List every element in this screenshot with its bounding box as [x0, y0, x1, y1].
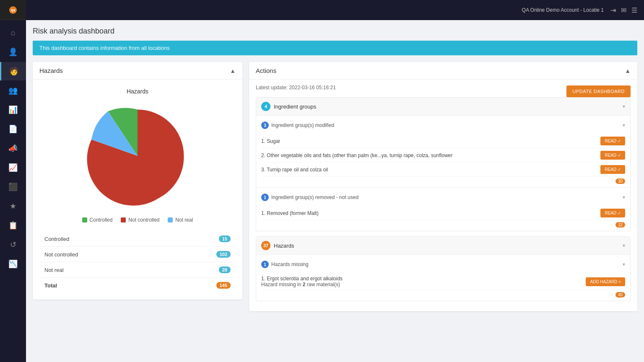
- actions-panel: Actions ▲ Latest update: 2022-03-16 05:1…: [249, 62, 637, 311]
- legend-not-real-label: Not real: [175, 217, 193, 223]
- mail-icon[interactable]: ✉: [621, 6, 626, 14]
- sidebar-item-layers[interactable]: ⬛: [0, 178, 26, 196]
- logout-icon[interactable]: ⇥: [610, 6, 616, 14]
- removed-sub-header: 1 Ingredient group(s) removed - not used…: [261, 191, 625, 204]
- legend-not-controlled: Not controlled: [121, 217, 159, 223]
- malt-text: 1. Removed (former Malt): [261, 210, 600, 216]
- action-row-turnip: 3. Turnip rape oil and colza oil READ ✓: [261, 163, 625, 177]
- add-hazard-button[interactable]: ADD HAZARD +: [586, 277, 625, 286]
- modified-label: Ingredient group(s) modified: [271, 122, 334, 128]
- actions-panel-title: Actions: [256, 67, 276, 74]
- account-label: QA Online Demo Account - Locatie 1: [522, 7, 604, 13]
- sidebar-item-group[interactable]: 👥: [0, 81, 26, 100]
- stats-row-controlled: Controlled 15: [39, 231, 236, 247]
- chart-container: Hazards: [33, 80, 242, 231]
- hazards-panel-title: Hazards: [39, 67, 63, 74]
- ergot-text: 1. Ergot sclerotia and ergot alkaloids H…: [261, 276, 586, 287]
- read-malt-button[interactable]: READ ✓: [600, 209, 625, 217]
- removed-title-row: 1 Ingredient group(s) removed - not used: [261, 194, 358, 201]
- hazards-section-header[interactable]: 37 Hazards ▾: [256, 237, 630, 254]
- hazards-section: 37 Hazards ▾ 1 Hazards missing: [256, 236, 631, 301]
- read-turnip-button[interactable]: READ ✓: [600, 165, 625, 174]
- hazards-pie-chart: [83, 101, 192, 210]
- stats-badge-controlled: 15: [219, 235, 231, 242]
- sidebar: qa ⌂ 👤 🧑 👥 📊 📄 📣 📈 ⬛ ★ 📋 ↺ 📉: [0, 0, 26, 362]
- count-row-removed: 32: [261, 220, 625, 228]
- hazards-missing-label: Hazards missing: [271, 261, 309, 267]
- actions-header: Actions ▲: [249, 62, 637, 80]
- sidebar-item-users[interactable]: 👤: [0, 43, 26, 61]
- modified-count-badge: 30: [615, 178, 625, 184]
- removed-chevron: ▾: [623, 194, 625, 200]
- controlled-color: [82, 217, 87, 222]
- ingredient-groups-section: 4 Ingredient groups ▾ 3 Ingredient group…: [256, 97, 631, 231]
- top-bar-icons: ⇥ ✉ ☰: [610, 6, 637, 14]
- actions-collapse-icon[interactable]: ▲: [625, 67, 631, 74]
- hazards-section-chevron: ▾: [623, 243, 625, 248]
- main-area: QA Online Demo Account - Locatie 1 ⇥ ✉ ☰…: [26, 0, 644, 362]
- stats-label-not-real: Not real: [44, 267, 64, 273]
- chart-legend: Controlled Not controlled Not real: [82, 217, 193, 223]
- hazards-panel-header: Hazards ▲: [33, 62, 242, 80]
- stats-row-not-controlled: Not controlled 102: [39, 247, 236, 262]
- sidebar-item-person[interactable]: 🧑: [0, 62, 26, 80]
- veg-oils-text: 2. Other vegetable oils and fats (other …: [261, 153, 600, 158]
- hazards-missing-title-row: 1 Hazards missing: [261, 261, 309, 268]
- hazards-missing-badge: 1: [261, 261, 269, 268]
- count-row-hazards-missing: 40: [261, 290, 625, 297]
- hazards-missing-count-badge: 40: [615, 292, 625, 297]
- read-veg-oils-button[interactable]: READ ✓: [600, 151, 625, 160]
- stats-label-controlled: Controlled: [44, 236, 69, 242]
- stats-badge-not-real: 28: [219, 266, 231, 273]
- hazards-collapse-icon[interactable]: ▲: [230, 67, 236, 74]
- modified-title-row: 3 Ingredient group(s) modified: [261, 122, 334, 129]
- read-sugar-button[interactable]: READ ✓: [600, 137, 625, 145]
- stats-table: Controlled 15 Not controlled 102 Not rea…: [33, 231, 242, 293]
- modified-sub-header: 3 Ingredient group(s) modified ▾: [261, 119, 625, 132]
- stats-badge-not-controlled: 102: [216, 251, 231, 258]
- sidebar-item-trend[interactable]: 📈: [0, 158, 26, 177]
- modified-chevron: ▾: [623, 122, 625, 128]
- sidebar-item-refresh[interactable]: ↺: [0, 235, 26, 254]
- hazards-panel: Hazards ▲ Hazards: [33, 62, 242, 300]
- ingredient-groups-badge: 4: [261, 102, 270, 111]
- legend-controlled-label: Controlled: [90, 217, 113, 223]
- stats-label-total: Total: [44, 282, 57, 289]
- modified-badge: 3: [261, 122, 269, 129]
- sidebar-item-barchart[interactable]: 📉: [0, 255, 26, 273]
- hazards-missing-header: 1 Hazards missing ▾: [261, 258, 625, 271]
- not-real-color: [168, 217, 173, 222]
- stats-label-not-controlled: Not controlled: [44, 251, 78, 258]
- ingredient-groups-chevron: ▾: [623, 103, 625, 109]
- legend-not-real: Not real: [168, 217, 193, 223]
- ingredient-groups-header[interactable]: 4 Ingredient groups ▾: [256, 98, 630, 115]
- removed-badge: 1: [261, 194, 269, 201]
- sidebar-item-star[interactable]: ★: [0, 197, 26, 215]
- action-row-malt: 1. Removed (former Malt) READ ✓: [261, 206, 625, 220]
- not-controlled-color: [121, 217, 126, 222]
- ingredient-groups-label: Ingredient groups: [274, 103, 316, 110]
- hazards-missing-chevron: ▾: [623, 261, 625, 267]
- info-banner: This dashboard contains information from…: [33, 41, 637, 55]
- sidebar-item-megaphone[interactable]: 📣: [0, 139, 26, 158]
- action-row-ergot: 1. Ergot sclerotia and ergot alkaloids H…: [261, 273, 625, 290]
- hazards-missing-sub: 1 Hazards missing ▾ 1. Ergot sclerotia a…: [256, 254, 630, 301]
- update-dashboard-button[interactable]: UPDATE DASHBOARD: [566, 85, 631, 97]
- page-title: Risk analysis dashboard: [33, 27, 637, 36]
- top-bar: QA Online Demo Account - Locatie 1 ⇥ ✉ ☰: [26, 0, 644, 20]
- sidebar-item-document[interactable]: 📄: [0, 120, 26, 138]
- legend-controlled: Controlled: [82, 217, 113, 223]
- legend-not-controlled-label: Not controlled: [128, 217, 159, 223]
- sugar-text: 1. Sugar: [261, 138, 600, 144]
- app-logo[interactable]: qa: [0, 0, 26, 20]
- chart-title: Hazards: [127, 88, 148, 95]
- action-row-sugar: 1. Sugar READ ✓: [261, 134, 625, 148]
- modified-sub-section: 3 Ingredient group(s) modified ▾ 1. Suga…: [256, 115, 630, 187]
- count-row-modified: 30: [261, 177, 625, 184]
- stats-badge-total: 145: [216, 282, 231, 289]
- sidebar-item-clipboard[interactable]: 📋: [0, 216, 26, 235]
- sidebar-nav: ⌂ 👤 🧑 👥 📊 📄 📣 📈 ⬛ ★ 📋 ↺ 📉: [0, 20, 26, 362]
- menu-icon[interactable]: ☰: [631, 6, 637, 14]
- sidebar-item-home[interactable]: ⌂: [0, 23, 26, 42]
- sidebar-item-chart[interactable]: 📊: [0, 101, 26, 119]
